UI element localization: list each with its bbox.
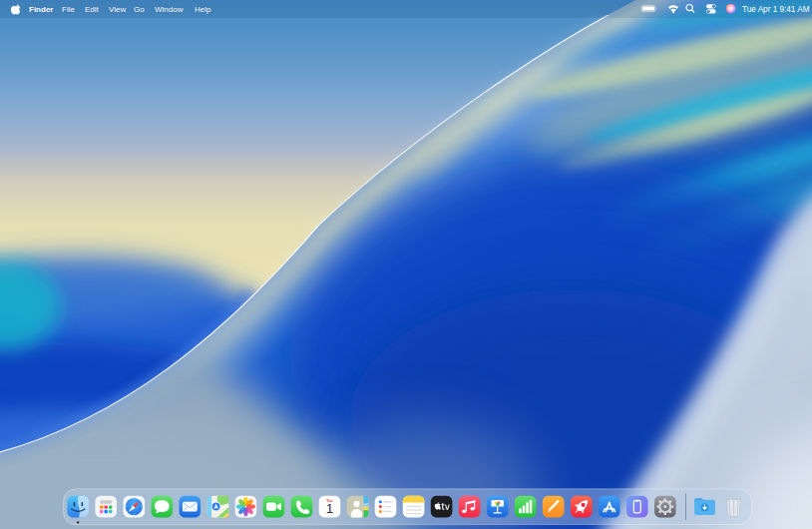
svg-text:1: 1 (326, 501, 334, 516)
svg-text:Tue Apr 1 9:41 AM: Tue Apr 1 9:41 AM (742, 5, 810, 14)
